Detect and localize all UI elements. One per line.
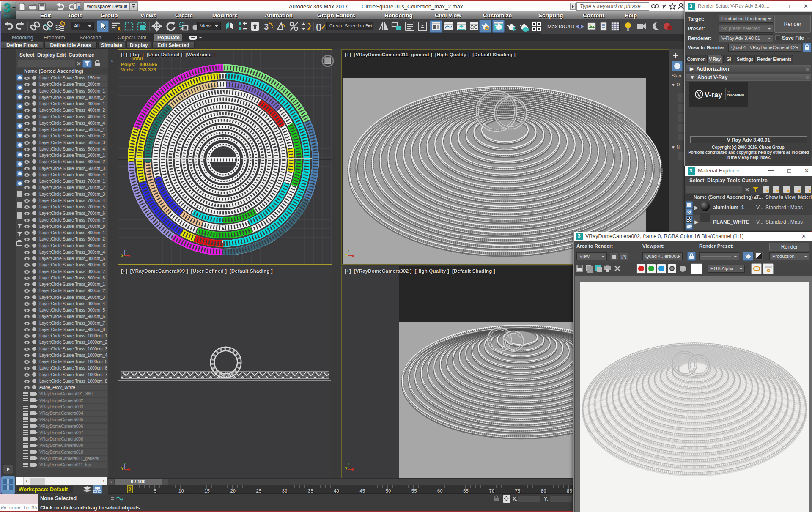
svg-text:CHAOSGROUP: CHAOSGROUP: [727, 94, 744, 97]
svg-text:by: by: [727, 90, 730, 93]
svg-text:{}: {}: [315, 22, 322, 31]
svg-text:3: 3: [264, 22, 269, 31]
svg-text:V-ray: V-ray: [705, 91, 722, 99]
